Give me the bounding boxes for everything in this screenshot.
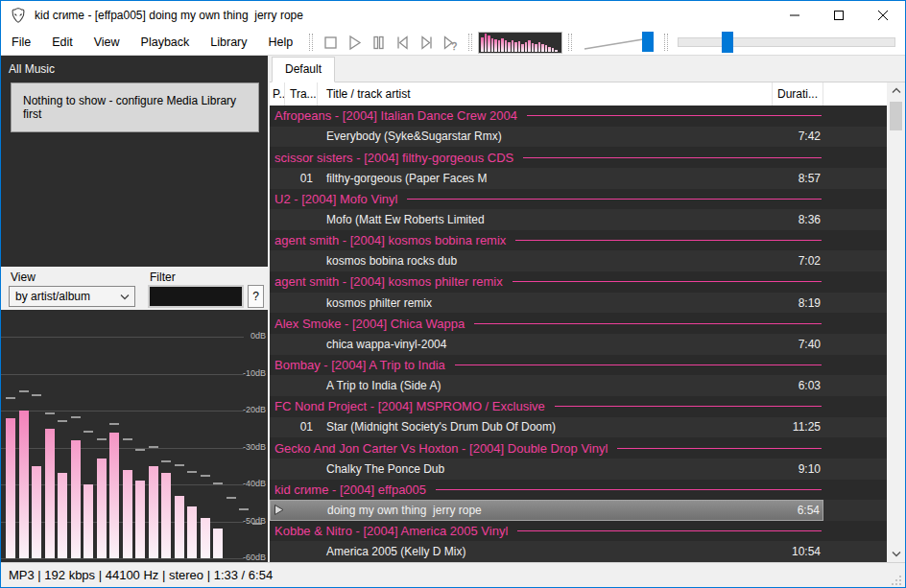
group-header-row[interactable]: agent smith - [2004] kosmos philter remi…: [270, 271, 887, 293]
toolbar-grip[interactable]: [309, 34, 313, 51]
group-header-inner: Bombay - [2004] A Trip to India: [270, 355, 823, 376]
menu-library[interactable]: Library: [200, 30, 257, 55]
filter-input[interactable]: [148, 285, 244, 308]
spectrum-peak-marker: [123, 438, 132, 440]
column-header-duration[interactable]: Durati...: [773, 82, 823, 106]
spectrum-analyzer: 0dB-10dB-20dB-30dB-40dB-50dB-60dB: [1, 310, 268, 562]
group-header-line: [555, 406, 822, 407]
spectrum-bar: [175, 496, 184, 558]
group-header-inner: Gecko And Jon Carter Vs Hoxton - [2004] …: [270, 437, 823, 459]
column-header-playing[interactable]: P..: [270, 82, 285, 106]
close-button[interactable]: [861, 1, 905, 30]
track-row[interactable]: America 2005 (Kelly D Mix)10:54: [270, 541, 887, 562]
volume-slider[interactable]: [578, 30, 658, 55]
viz-bar: [555, 50, 558, 52]
group-header-row[interactable]: FC Nond Project - [2004] MSPROMO / Exclu…: [270, 396, 887, 417]
track-row[interactable]: kosmos bobina rocks dub7:02: [270, 250, 887, 271]
stop-button[interactable]: [319, 31, 343, 54]
group-header-text: Alex Smoke - [2004] Chica Wappa: [270, 317, 465, 331]
spectrum-peak-marker: [97, 438, 107, 440]
column-header-title[interactable]: Title / track artist: [318, 82, 773, 106]
group-header-row[interactable]: Bombay - [2004] A Trip to India: [270, 355, 887, 376]
spectrum-peak-marker: [32, 394, 41, 396]
view-dropdown[interactable]: by artist/album: [9, 286, 135, 307]
toolbar-grip[interactable]: [468, 34, 472, 51]
menu-file[interactable]: File: [1, 30, 41, 55]
track-row[interactable]: 01filthy-gorgeous (Paper Faces M8:57: [270, 168, 887, 189]
minimize-button[interactable]: [773, 1, 817, 30]
track-row[interactable]: A Trip to India (Side A)6:03: [270, 375, 887, 396]
group-header-row[interactable]: scissor sisters - [2004] filthy-gorgeous…: [270, 147, 887, 168]
scrollbar-up-button[interactable]: [887, 82, 905, 99]
viz-bar: [525, 42, 528, 52]
previous-button[interactable]: [391, 31, 415, 54]
playlist-scrollbar[interactable]: [887, 82, 905, 562]
playlist-tab-default[interactable]: Default: [272, 57, 335, 82]
group-header-text: U2 - [2004] Mofo Vinyl: [270, 192, 397, 206]
library-controls: View by artist/album Filter ?: [1, 267, 268, 310]
random-icon: ?: [441, 33, 461, 53]
filter-help-button[interactable]: ?: [248, 285, 264, 308]
play-button[interactable]: [343, 31, 367, 54]
track-row[interactable]: Mofo (Matt Ew Roberts Limited8:36: [270, 209, 887, 230]
spectrum-peak-marker: [239, 508, 249, 510]
spectrum-peak-marker: [175, 464, 184, 466]
toolbar-grip[interactable]: [568, 34, 572, 51]
group-header-row[interactable]: agent smith - [2004] kosmos bobina remix: [270, 230, 887, 251]
group-header-inner: scissor sisters - [2004] filthy-gorgeous…: [270, 147, 823, 168]
track-row[interactable]: Chalky The Ponce Dub9:10: [270, 459, 887, 480]
menu-view[interactable]: View: [83, 30, 131, 55]
spectrum-bar: [6, 418, 15, 558]
volume-handle[interactable]: [642, 32, 654, 52]
viz-bar: [508, 42, 511, 52]
scrollbar-thumb[interactable]: [890, 102, 902, 130]
track-row-playing[interactable]: doing my own thing jerry rope6:54: [270, 500, 887, 521]
chevron-up-icon: [892, 87, 901, 94]
media-library-panel: All Music Nothing to show - configure Me…: [1, 56, 270, 562]
track-row[interactable]: 01Star (Midnight Society's Drum Dub Of D…: [270, 417, 887, 438]
group-header-row[interactable]: U2 - [2004] Mofo Vinyl: [270, 189, 887, 210]
pause-button[interactable]: [367, 31, 391, 54]
spectrum-gridline: [1, 337, 244, 338]
group-header-row[interactable]: Afropeans - [2004] Italian Dance Crew 20…: [270, 106, 887, 127]
scrollbar-down-button[interactable]: [887, 546, 905, 562]
group-header-row[interactable]: Kobbe & Nitro - [2004] America 2005 Viny…: [270, 521, 887, 542]
minimize-icon: [789, 10, 800, 21]
spectrum-bar: [45, 429, 55, 558]
viz-bar: [541, 44, 544, 51]
menu-help[interactable]: Help: [258, 30, 304, 55]
track-row[interactable]: chica wappa-vinyl-20047:40: [270, 334, 887, 355]
group-header-row[interactable]: Gecko And Jon Carter Vs Hoxton - [2004] …: [270, 437, 887, 459]
seek-bar[interactable]: [678, 30, 895, 55]
track-duration: 6:54: [772, 504, 823, 517]
menu-playback[interactable]: Playback: [131, 30, 201, 55]
seek-handle[interactable]: [722, 32, 733, 53]
track-row-inner: America 2005 (Kelly D Mix)10:54: [270, 541, 823, 562]
group-header-row[interactable]: kid crиme - [2004] effpa005: [270, 480, 887, 501]
track-row[interactable]: Everybody (Syke&Sugarstar Rmx)7:42: [270, 127, 887, 148]
track-duration: 9:10: [773, 462, 823, 476]
resize-grip-icon[interactable]: [890, 574, 903, 587]
library-panel-title: All Music: [1, 56, 268, 76]
stop-icon: [321, 33, 341, 53]
menu-edit[interactable]: Edit: [41, 30, 83, 55]
track-duration: 8:57: [773, 172, 823, 185]
toolbar-grip[interactable]: [664, 34, 668, 51]
app-alien-icon: [10, 7, 27, 24]
track-duration: 7:40: [773, 338, 823, 351]
maximize-button[interactable]: [817, 1, 861, 30]
track-duration: 10:54: [773, 545, 823, 558]
pause-icon: [369, 33, 389, 53]
track-row[interactable]: kosmos philter remix8:19: [270, 293, 887, 314]
viz-bar: [545, 45, 548, 51]
maximize-icon: [833, 10, 845, 21]
seek-track[interactable]: [678, 37, 895, 47]
next-button[interactable]: [415, 31, 439, 54]
track-row-inner: doing my own thing jerry rope6:54: [270, 500, 823, 521]
random-button[interactable]: ?: [439, 31, 463, 54]
track-title: Chalky The Ponce Dub: [318, 462, 773, 476]
group-header-row[interactable]: Alex Smoke - [2004] Chica Wappa: [270, 313, 887, 334]
track-duration: 7:02: [773, 254, 823, 268]
column-header-trackno[interactable]: Tra...: [285, 82, 318, 106]
playlist-content: P.. Tra... Title / track artist Durati..…: [270, 82, 887, 562]
